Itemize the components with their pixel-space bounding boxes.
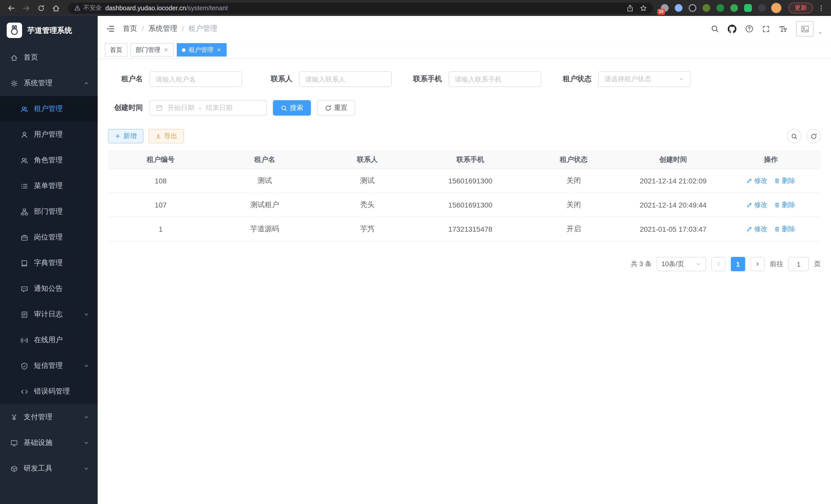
sidebar-item-dept[interactable]: 部门管理	[0, 199, 98, 225]
tab-home[interactable]: 首页	[105, 43, 127, 57]
question-icon	[745, 25, 753, 33]
chevron-down-icon	[83, 466, 89, 472]
sidebar-item-payment[interactable]: 支付管理	[0, 404, 98, 430]
cell-name: 测试	[213, 176, 316, 185]
star-icon[interactable]	[640, 4, 647, 11]
sidebar-item-home[interactable]: 首页	[0, 45, 98, 70]
tab-dept[interactable]: 部门管理	[131, 43, 174, 57]
extension-icon[interactable]	[743, 3, 752, 12]
create-time-range-picker[interactable]: 开始日期 - 结束日期	[149, 100, 267, 116]
page-number-button[interactable]: 1	[731, 257, 745, 271]
sidebar-item-audit-log[interactable]: 审计日志	[0, 302, 98, 327]
trash-icon	[774, 202, 780, 208]
goto-page-input[interactable]	[789, 257, 809, 271]
back-icon[interactable]	[6, 3, 17, 13]
sidebar-toggle-icon[interactable]	[106, 24, 115, 33]
calendar-icon	[156, 104, 163, 112]
home-icon	[10, 54, 18, 61]
delete-link[interactable]: 删除	[774, 200, 795, 210]
breadcrumb-item[interactable]: 系统管理	[148, 24, 177, 33]
cell-name: 测试租户	[213, 200, 316, 210]
security-warning[interactable]: 不安全	[74, 4, 102, 12]
extension-icon[interactable]	[729, 3, 739, 12]
extension-icon[interactable]: 10	[660, 3, 669, 12]
edit-link[interactable]: 修改	[746, 176, 768, 185]
sidebar-item-post[interactable]: 岗位管理	[0, 225, 98, 250]
browser-menu-icon[interactable]	[818, 4, 825, 11]
rabbit-icon	[9, 25, 20, 36]
breadcrumb-item[interactable]: 首页	[123, 24, 137, 33]
contact-input[interactable]	[299, 71, 392, 87]
tenant-status-select[interactable]: 请选择租户状态	[598, 71, 691, 87]
pagination: 共 3 条 10条/页 1 前往 页	[108, 257, 821, 271]
app-logo: 芋道管理系统	[0, 16, 98, 45]
fullscreen-button[interactable]	[762, 25, 770, 33]
contact-phone-input[interactable]	[449, 71, 541, 87]
sidebar-item-menu[interactable]: 菜单管理	[0, 173, 98, 199]
sidebar-item-sms[interactable]: 短信管理	[0, 353, 98, 379]
sidebar-item-system[interactable]: 系统管理	[0, 70, 98, 96]
trash-icon	[774, 226, 780, 232]
browser-profile-avatar[interactable]	[771, 3, 782, 13]
search-button[interactable]: 搜索	[273, 100, 311, 116]
active-tab-dot	[182, 48, 185, 52]
github-button[interactable]	[728, 24, 737, 33]
share-icon[interactable]	[627, 4, 634, 11]
search-button-label: 搜索	[290, 103, 303, 113]
help-button[interactable]	[745, 25, 753, 33]
extension-icon[interactable]	[688, 3, 697, 12]
column-header-phone: 联系手机	[419, 155, 522, 164]
close-icon[interactable]	[164, 47, 169, 52]
sidebar-item-devtools[interactable]: 研发工具	[0, 456, 98, 481]
sidebar-item-infra[interactable]: 基础设施	[0, 430, 98, 456]
extension-icon[interactable]	[674, 3, 683, 12]
toggle-search-button[interactable]	[787, 129, 801, 143]
sidebar-item-label: 支付管理	[24, 413, 52, 422]
column-header-status: 租户状态	[522, 155, 625, 164]
export-button[interactable]: 导出	[148, 129, 184, 143]
avatar[interactable]	[796, 21, 813, 36]
prev-page-button[interactable]	[711, 257, 726, 271]
sidebar-item-online-users[interactable]: 在线用户	[0, 327, 98, 353]
font-size-button[interactable]	[779, 24, 787, 33]
url-bar[interactable]: 不安全 dashboard.yudao.iocoder.cn/system/te…	[68, 2, 653, 13]
sidebar-item-role[interactable]: 角色管理	[0, 147, 98, 173]
forward-icon[interactable]	[21, 3, 31, 13]
page-size-select[interactable]: 10条/页	[657, 257, 706, 271]
cell-status: 关闭	[522, 176, 625, 185]
extension-icon[interactable]	[715, 3, 725, 12]
sidebar-item-label: 短信管理	[34, 361, 63, 370]
app-title: 芋道管理系统	[27, 25, 72, 35]
sidebar-item-tenant[interactable]: 租户管理	[0, 96, 98, 122]
column-header-created: 创建时间	[625, 155, 721, 164]
next-page-button[interactable]	[750, 257, 765, 271]
page-unit-label: 页	[814, 260, 821, 269]
header-search-button[interactable]	[711, 25, 719, 33]
edit-link[interactable]: 修改	[746, 200, 768, 210]
sidebar-item-label: 租户管理	[34, 104, 63, 114]
update-button[interactable]: 更新	[789, 3, 813, 13]
chevron-down-icon[interactable]	[818, 30, 823, 35]
filter-row-2: 创建时间 开始日期 - 结束日期 搜索 重置	[108, 100, 821, 116]
refresh-table-button[interactable]	[806, 129, 821, 143]
close-icon[interactable]	[217, 47, 222, 52]
table-toolbar: 新增 导出	[108, 129, 821, 143]
briefcase-icon	[21, 234, 28, 241]
sidebar-item-dict[interactable]: 字典管理	[0, 250, 98, 276]
edit-link[interactable]: 修改	[746, 225, 768, 234]
tab-tenant[interactable]: 租户管理	[177, 43, 227, 57]
reload-icon[interactable]	[36, 3, 46, 13]
extension-icon[interactable]	[757, 3, 766, 12]
delete-link[interactable]: 删除	[774, 176, 795, 185]
logo-image	[7, 23, 22, 38]
sidebar-item-error-code[interactable]: 错误码管理	[0, 379, 98, 404]
sidebar-item-user[interactable]: 用户管理	[0, 122, 98, 147]
delete-link[interactable]: 删除	[774, 225, 795, 234]
sidebar-item-notice[interactable]: 通知公告	[0, 276, 98, 302]
extension-icon[interactable]	[701, 3, 711, 12]
tenant-name-input[interactable]	[149, 71, 242, 87]
chevron-up-icon	[83, 80, 89, 86]
reset-button[interactable]: 重置	[317, 100, 355, 116]
add-button[interactable]: 新增	[108, 129, 143, 143]
browser-home-icon[interactable]	[51, 3, 61, 13]
